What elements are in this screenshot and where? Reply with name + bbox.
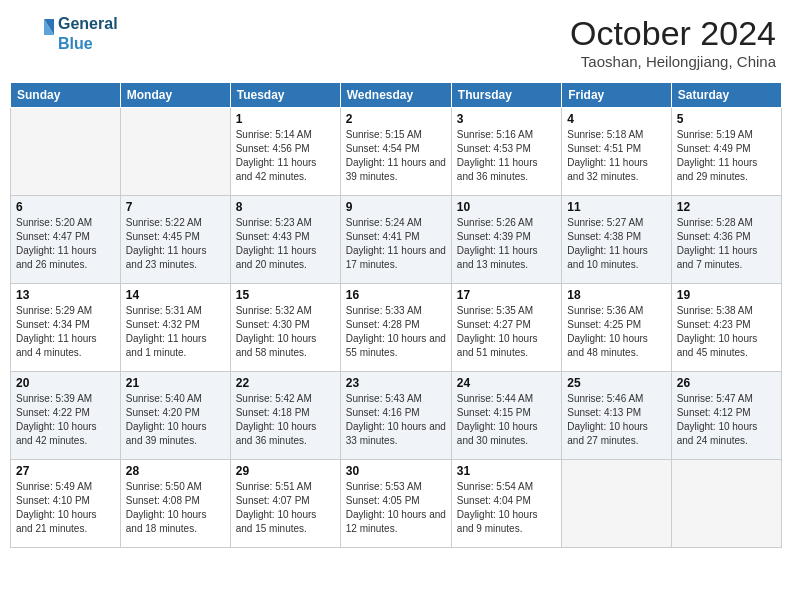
calendar-cell: 16Sunrise: 5:33 AMSunset: 4:28 PMDayligh… — [340, 284, 451, 372]
day-number: 6 — [16, 200, 115, 214]
day-number: 18 — [567, 288, 665, 302]
day-info: Sunrise: 5:19 AMSunset: 4:49 PMDaylight:… — [677, 128, 776, 184]
calendar-cell: 21Sunrise: 5:40 AMSunset: 4:20 PMDayligh… — [120, 372, 230, 460]
weekday-header-saturday: Saturday — [671, 83, 781, 108]
calendar-cell: 17Sunrise: 5:35 AMSunset: 4:27 PMDayligh… — [451, 284, 561, 372]
day-number: 10 — [457, 200, 556, 214]
day-info: Sunrise: 5:26 AMSunset: 4:39 PMDaylight:… — [457, 216, 556, 272]
day-info: Sunrise: 5:29 AMSunset: 4:34 PMDaylight:… — [16, 304, 115, 360]
day-number: 14 — [126, 288, 225, 302]
day-info: Sunrise: 5:22 AMSunset: 4:45 PMDaylight:… — [126, 216, 225, 272]
day-info: Sunrise: 5:24 AMSunset: 4:41 PMDaylight:… — [346, 216, 446, 272]
calendar-cell: 24Sunrise: 5:44 AMSunset: 4:15 PMDayligh… — [451, 372, 561, 460]
calendar-week-row: 1Sunrise: 5:14 AMSunset: 4:56 PMDaylight… — [11, 108, 782, 196]
logo-general: General — [58, 15, 118, 32]
day-number: 20 — [16, 376, 115, 390]
calendar-week-row: 6Sunrise: 5:20 AMSunset: 4:47 PMDaylight… — [11, 196, 782, 284]
calendar-cell: 20Sunrise: 5:39 AMSunset: 4:22 PMDayligh… — [11, 372, 121, 460]
logo-text: General Blue — [58, 14, 118, 54]
weekday-header-friday: Friday — [562, 83, 671, 108]
weekday-header-row: SundayMondayTuesdayWednesdayThursdayFrid… — [11, 83, 782, 108]
day-info: Sunrise: 5:18 AMSunset: 4:51 PMDaylight:… — [567, 128, 665, 184]
calendar-cell: 10Sunrise: 5:26 AMSunset: 4:39 PMDayligh… — [451, 196, 561, 284]
calendar-table: SundayMondayTuesdayWednesdayThursdayFrid… — [10, 82, 782, 548]
calendar-week-row: 27Sunrise: 5:49 AMSunset: 4:10 PMDayligh… — [11, 460, 782, 548]
calendar-cell — [11, 108, 121, 196]
day-number: 11 — [567, 200, 665, 214]
day-number: 8 — [236, 200, 335, 214]
day-number: 2 — [346, 112, 446, 126]
calendar-cell: 8Sunrise: 5:23 AMSunset: 4:43 PMDaylight… — [230, 196, 340, 284]
calendar-cell: 19Sunrise: 5:38 AMSunset: 4:23 PMDayligh… — [671, 284, 781, 372]
day-number: 3 — [457, 112, 556, 126]
day-info: Sunrise: 5:54 AMSunset: 4:04 PMDaylight:… — [457, 480, 556, 536]
day-number: 29 — [236, 464, 335, 478]
day-number: 16 — [346, 288, 446, 302]
day-info: Sunrise: 5:38 AMSunset: 4:23 PMDaylight:… — [677, 304, 776, 360]
day-number: 17 — [457, 288, 556, 302]
day-info: Sunrise: 5:49 AMSunset: 4:10 PMDaylight:… — [16, 480, 115, 536]
day-number: 28 — [126, 464, 225, 478]
calendar-cell: 6Sunrise: 5:20 AMSunset: 4:47 PMDaylight… — [11, 196, 121, 284]
calendar-cell: 13Sunrise: 5:29 AMSunset: 4:34 PMDayligh… — [11, 284, 121, 372]
day-number: 22 — [236, 376, 335, 390]
calendar-cell: 2Sunrise: 5:15 AMSunset: 4:54 PMDaylight… — [340, 108, 451, 196]
calendar-cell: 9Sunrise: 5:24 AMSunset: 4:41 PMDaylight… — [340, 196, 451, 284]
logo: General Blue — [16, 14, 118, 54]
day-info: Sunrise: 5:40 AMSunset: 4:20 PMDaylight:… — [126, 392, 225, 448]
day-info: Sunrise: 5:20 AMSunset: 4:47 PMDaylight:… — [16, 216, 115, 272]
calendar-cell: 26Sunrise: 5:47 AMSunset: 4:12 PMDayligh… — [671, 372, 781, 460]
weekday-header-tuesday: Tuesday — [230, 83, 340, 108]
day-info: Sunrise: 5:32 AMSunset: 4:30 PMDaylight:… — [236, 304, 335, 360]
calendar-cell: 22Sunrise: 5:42 AMSunset: 4:18 PMDayligh… — [230, 372, 340, 460]
calendar-cell: 1Sunrise: 5:14 AMSunset: 4:56 PMDaylight… — [230, 108, 340, 196]
day-info: Sunrise: 5:47 AMSunset: 4:12 PMDaylight:… — [677, 392, 776, 448]
calendar-cell: 31Sunrise: 5:54 AMSunset: 4:04 PMDayligh… — [451, 460, 561, 548]
calendar-cell — [671, 460, 781, 548]
day-info: Sunrise: 5:28 AMSunset: 4:36 PMDaylight:… — [677, 216, 776, 272]
day-info: Sunrise: 5:27 AMSunset: 4:38 PMDaylight:… — [567, 216, 665, 272]
day-info: Sunrise: 5:23 AMSunset: 4:43 PMDaylight:… — [236, 216, 335, 272]
calendar-cell — [562, 460, 671, 548]
page-header: General Blue October 2024 Taoshan, Heilo… — [10, 10, 782, 74]
weekday-header-sunday: Sunday — [11, 83, 121, 108]
calendar-cell: 23Sunrise: 5:43 AMSunset: 4:16 PMDayligh… — [340, 372, 451, 460]
calendar-cell: 3Sunrise: 5:16 AMSunset: 4:53 PMDaylight… — [451, 108, 561, 196]
day-info: Sunrise: 5:16 AMSunset: 4:53 PMDaylight:… — [457, 128, 556, 184]
calendar-cell: 7Sunrise: 5:22 AMSunset: 4:45 PMDaylight… — [120, 196, 230, 284]
day-number: 15 — [236, 288, 335, 302]
calendar-cell: 27Sunrise: 5:49 AMSunset: 4:10 PMDayligh… — [11, 460, 121, 548]
weekday-header-thursday: Thursday — [451, 83, 561, 108]
day-number: 31 — [457, 464, 556, 478]
calendar-cell: 11Sunrise: 5:27 AMSunset: 4:38 PMDayligh… — [562, 196, 671, 284]
day-info: Sunrise: 5:53 AMSunset: 4:05 PMDaylight:… — [346, 480, 446, 536]
day-number: 9 — [346, 200, 446, 214]
calendar-cell: 12Sunrise: 5:28 AMSunset: 4:36 PMDayligh… — [671, 196, 781, 284]
title-block: October 2024 Taoshan, Heilongjiang, Chin… — [570, 14, 776, 70]
day-number: 4 — [567, 112, 665, 126]
calendar-week-row: 20Sunrise: 5:39 AMSunset: 4:22 PMDayligh… — [11, 372, 782, 460]
calendar-cell: 29Sunrise: 5:51 AMSunset: 4:07 PMDayligh… — [230, 460, 340, 548]
calendar-cell: 30Sunrise: 5:53 AMSunset: 4:05 PMDayligh… — [340, 460, 451, 548]
day-info: Sunrise: 5:31 AMSunset: 4:32 PMDaylight:… — [126, 304, 225, 360]
day-info: Sunrise: 5:50 AMSunset: 4:08 PMDaylight:… — [126, 480, 225, 536]
day-number: 7 — [126, 200, 225, 214]
day-info: Sunrise: 5:14 AMSunset: 4:56 PMDaylight:… — [236, 128, 335, 184]
month-title: October 2024 — [570, 14, 776, 53]
day-number: 26 — [677, 376, 776, 390]
calendar-cell — [120, 108, 230, 196]
day-number: 12 — [677, 200, 776, 214]
day-number: 23 — [346, 376, 446, 390]
day-number: 21 — [126, 376, 225, 390]
calendar-cell: 28Sunrise: 5:50 AMSunset: 4:08 PMDayligh… — [120, 460, 230, 548]
day-number: 19 — [677, 288, 776, 302]
day-info: Sunrise: 5:44 AMSunset: 4:15 PMDaylight:… — [457, 392, 556, 448]
day-number: 13 — [16, 288, 115, 302]
day-number: 30 — [346, 464, 446, 478]
calendar-week-row: 13Sunrise: 5:29 AMSunset: 4:34 PMDayligh… — [11, 284, 782, 372]
day-number: 25 — [567, 376, 665, 390]
calendar-cell: 4Sunrise: 5:18 AMSunset: 4:51 PMDaylight… — [562, 108, 671, 196]
day-info: Sunrise: 5:39 AMSunset: 4:22 PMDaylight:… — [16, 392, 115, 448]
day-info: Sunrise: 5:43 AMSunset: 4:16 PMDaylight:… — [346, 392, 446, 448]
logo-blue: Blue — [58, 35, 93, 52]
